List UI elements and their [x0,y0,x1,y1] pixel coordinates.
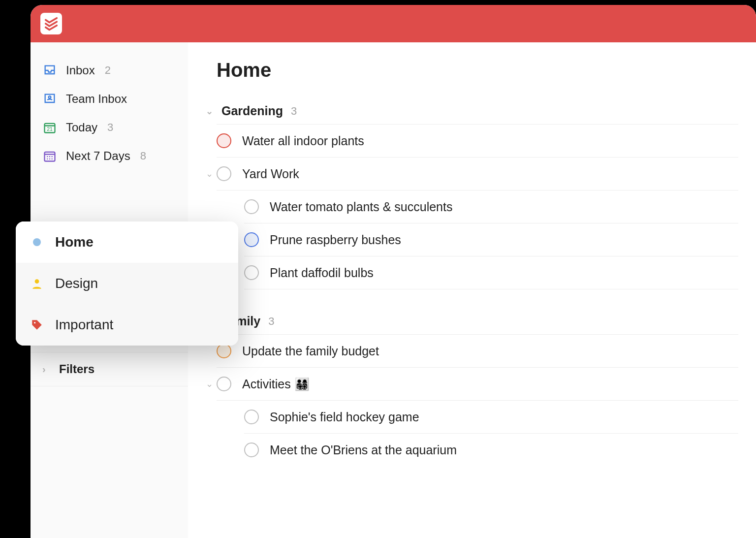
favorite-label: Important [55,317,113,333]
task-row[interactable]: ⌄ Yard Work [217,158,738,190]
topbar [31,5,756,42]
sidebar-item-label: Inbox [66,63,95,77]
todoist-logo-icon [44,16,59,31]
section-header-family[interactable]: ⌄ Family 3 [217,308,738,335]
favorite-item-design[interactable]: Design [16,263,238,304]
favorite-item-important[interactable]: Important [16,304,238,346]
task-checkbox[interactable] [244,199,259,214]
main-content: Home ⌄ Gardening 3 Water all indoor plan… [188,42,756,538]
task-checkbox[interactable] [217,377,231,391]
task-row[interactable]: Sophie's field hockey game [244,401,738,434]
chevron-right-icon: › [42,364,52,375]
sidebar-item-next-7-days[interactable]: Next 7 Days 8 [31,142,188,170]
svg-point-10 [35,279,39,284]
sidebar-item-count: 3 [107,121,113,134]
chevron-down-icon[interactable]: ⌄ [206,379,213,389]
person-icon [30,276,44,291]
task-checkbox[interactable] [244,232,259,247]
chevron-down-icon[interactable]: ⌄ [206,168,213,179]
section-count: 3 [291,105,297,118]
sidebar-item-team-inbox[interactable]: Team Inbox [31,85,188,113]
sidebar-item-today[interactable]: 21 Today 3 [31,113,188,142]
task-checkbox[interactable] [217,133,231,148]
svg-point-6 [52,156,53,157]
sidebar-item-label: Team Inbox [66,92,127,106]
task-checkbox[interactable] [217,166,231,181]
task-title: Update the family budget [242,344,379,358]
chevron-down-icon: ⌄ [206,106,213,117]
page-title: Home [217,59,738,81]
task-checkbox[interactable] [244,443,259,457]
sidebar-section-label: Filters [59,362,94,376]
favorite-item-home[interactable]: Home [16,222,238,263]
task-title: Sophie's field hockey game [270,410,419,424]
calendar-week-icon [42,149,57,163]
favorite-label: Design [55,276,98,291]
task-title: Yard Work [242,167,299,181]
task-title: Water tomato plants & succulents [270,200,452,214]
favorites-popover: Home Design Important [16,222,238,346]
task-title: Water all indoor plants [242,134,364,148]
project-color-dot-icon [30,235,44,250]
sidebar-item-inbox[interactable]: Inbox 2 [31,56,188,85]
favorite-label: Home [55,234,94,250]
task-checkbox[interactable] [217,344,231,358]
svg-point-11 [34,322,35,323]
sidebar-item-label: Today [66,121,97,134]
svg-point-4 [47,156,48,157]
task-title: Meet the O'Briens at the aquarium [270,443,457,457]
app-logo[interactable] [40,13,62,34]
svg-point-0 [49,96,51,98]
calendar-today-icon: 21 [42,120,57,135]
section-header-gardening[interactable]: ⌄ Gardening 3 [217,98,738,125]
sidebar-item-label: Next 7 Days [66,149,130,163]
task-row[interactable]: Prune raspberry bushes [244,223,738,256]
task-checkbox[interactable] [244,265,259,280]
task-row[interactable]: ⌄ Activities 👨‍👩‍👧‍👦 [217,368,738,401]
task-row[interactable]: Plant daffodil bulbs [244,256,738,289]
svg-point-5 [49,156,50,157]
svg-point-7 [47,158,48,159]
svg-point-9 [52,158,53,159]
sidebar-section-filters[interactable]: › Filters [31,352,188,386]
inbox-icon [42,63,57,78]
team-inbox-icon [42,92,57,106]
task-row[interactable]: Water tomato plants & succulents [244,190,738,223]
task-title: Plant daffodil bulbs [270,266,374,280]
task-checkbox[interactable] [244,410,259,424]
task-row[interactable]: Water all indoor plants [217,125,738,158]
svg-text:21: 21 [47,126,53,132]
section-count: 3 [268,315,274,328]
task-row[interactable]: Meet the O'Briens at the aquarium [244,434,738,466]
section-title: Gardening [221,104,283,118]
svg-point-8 [49,158,50,159]
task-title: Activities 👨‍👩‍👧‍👦 [242,377,310,391]
task-title: Prune raspberry bushes [270,233,401,247]
task-row[interactable]: Update the family budget [217,335,738,368]
sidebar-item-count: 8 [140,150,146,162]
sidebar-item-count: 2 [105,64,111,77]
tag-icon [30,317,44,332]
